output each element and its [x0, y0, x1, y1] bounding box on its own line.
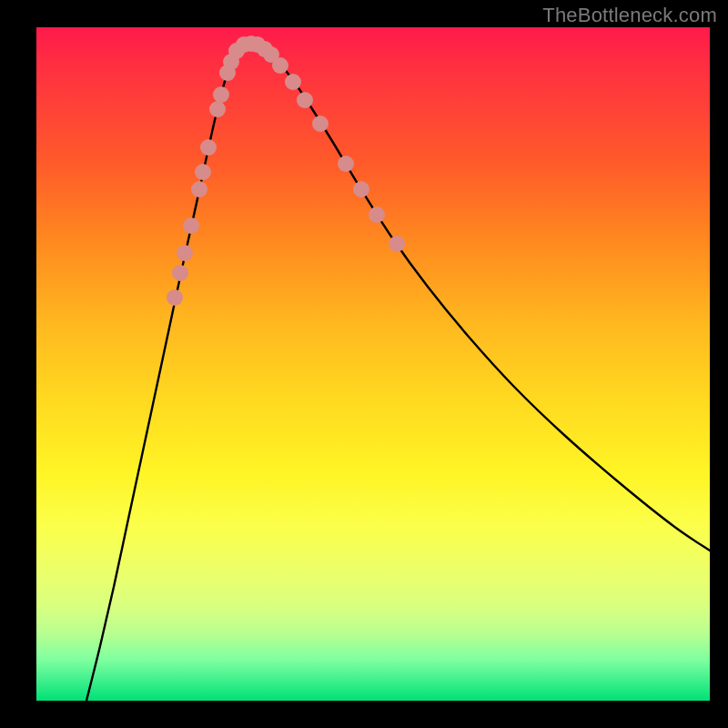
chart-svg — [36, 27, 710, 701]
plot-area — [36, 27, 710, 701]
marker-dot — [177, 245, 193, 261]
marker-dot — [353, 181, 369, 197]
watermark-text: TheBottleneck.com — [542, 4, 717, 27]
marker-dot — [200, 139, 217, 156]
marker-dot — [272, 57, 288, 74]
marker-dot — [297, 92, 313, 108]
bottleneck-curve — [86, 43, 710, 701]
marker-dot — [312, 116, 329, 132]
marker-dot — [172, 265, 188, 281]
marker-dot — [369, 207, 385, 223]
marker-dot — [389, 236, 405, 252]
marker-dot — [191, 181, 207, 197]
marker-dot — [285, 74, 301, 90]
marker-dot — [213, 86, 229, 103]
chart-frame: TheBottleneck.com — [0, 0, 728, 728]
marker-dot — [183, 217, 199, 234]
marker-dot — [167, 289, 183, 306]
marker-dot — [338, 156, 354, 172]
marker-dot — [195, 164, 211, 180]
marker-group — [167, 35, 405, 306]
marker-dot — [209, 101, 226, 117]
